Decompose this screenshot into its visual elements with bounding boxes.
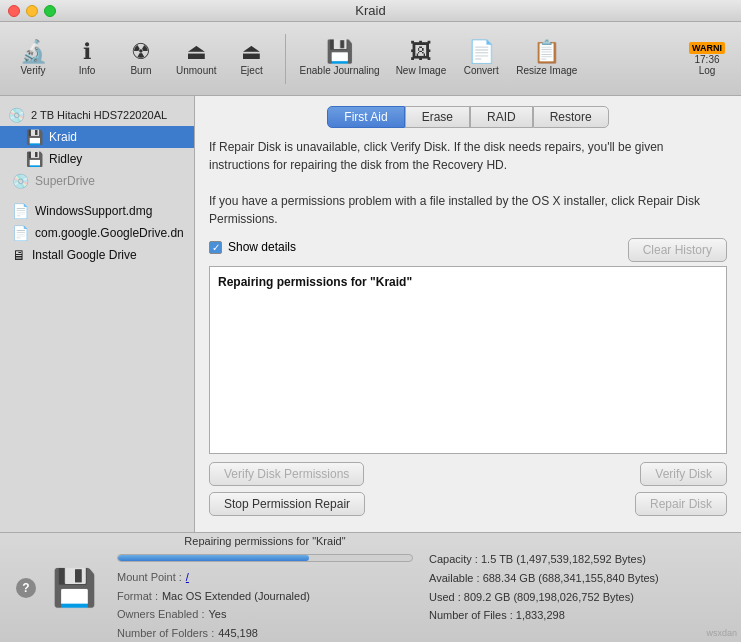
eject-icon: ⏏ bbox=[241, 41, 262, 63]
info-paragraph-2: If you have a permissions problem with a… bbox=[209, 192, 727, 228]
sidebar-item-ridley[interactable]: 💾 Ridley bbox=[0, 148, 194, 170]
show-details-row: ✓ Show details bbox=[209, 240, 296, 254]
superdrive-icon: 💿 bbox=[12, 173, 29, 189]
format-value: Mac OS Extended (Journaled) bbox=[162, 587, 310, 606]
new-image-label: New Image bbox=[396, 65, 447, 76]
verify-disk-button[interactable]: Verify Disk bbox=[640, 462, 727, 486]
status-info-left: Repairing permissions for "Kraid" Mount … bbox=[117, 532, 413, 642]
toolbar-log[interactable]: WARNI 17:36 Log bbox=[681, 38, 733, 80]
stop-permission-repair-button[interactable]: Stop Permission Repair bbox=[209, 492, 365, 516]
tab-first-aid[interactable]: First Aid bbox=[327, 106, 404, 128]
button-row-top: Verify Disk Permissions Verify Disk bbox=[209, 462, 727, 486]
tab-erase[interactable]: Erase bbox=[405, 106, 470, 128]
info-icon: ℹ bbox=[83, 41, 91, 63]
available-row: Available : 688.34 GB (688,341,155,840 B… bbox=[429, 569, 725, 588]
info-paragraph-1: If Repair Disk is unavailable, click Ver… bbox=[209, 138, 727, 174]
files-row: Number of Files : 1,833,298 bbox=[429, 606, 725, 625]
toolbar: 🔬 Verify ℹ Info ☢ Burn ⏏ Unmount ⏏ Eject… bbox=[0, 22, 741, 96]
superdrive-label: SuperDrive bbox=[35, 174, 95, 188]
tab-bar: First Aid Erase RAID Restore bbox=[209, 106, 727, 128]
progress-bar bbox=[117, 554, 413, 562]
progress-label: Repairing permissions for "Kraid" bbox=[117, 532, 413, 551]
install-gd-icon: 🖥 bbox=[12, 247, 26, 263]
convert-icon: 📄 bbox=[468, 41, 495, 63]
close-button[interactable] bbox=[8, 5, 20, 17]
hdd-label: 2 TB Hitachi HDS722020AL bbox=[31, 109, 167, 121]
button-row-bottom: Stop Permission Repair Repair Disk bbox=[209, 492, 727, 516]
owners-label: Owners Enabled : bbox=[117, 605, 204, 624]
burn-label: Burn bbox=[130, 65, 151, 76]
toolbar-enable-journaling[interactable]: 💾 Enable Journaling bbox=[294, 37, 386, 80]
status-info-right: Capacity : 1.5 TB (1,497,539,182,592 Byt… bbox=[429, 550, 725, 625]
clear-history-button[interactable]: Clear History bbox=[628, 238, 727, 262]
toolbar-verify[interactable]: 🔬 Verify bbox=[8, 37, 58, 80]
google-drive-dn-label: com.google.GoogleDrive.dn bbox=[35, 226, 184, 240]
capacity-value: 1.5 TB (1,497,539,182,592 Bytes) bbox=[481, 553, 646, 565]
toolbar-convert[interactable]: 📄 Convert bbox=[456, 37, 506, 80]
resize-icon: 📋 bbox=[533, 41, 560, 63]
tab-raid[interactable]: RAID bbox=[470, 106, 533, 128]
toolbar-eject[interactable]: ⏏ Eject bbox=[227, 37, 277, 80]
folders-row: Number of Folders : 445,198 bbox=[117, 624, 413, 642]
details-box: Repairing permissions for "Kraid" bbox=[209, 266, 727, 454]
convert-label: Convert bbox=[464, 65, 499, 76]
show-details-label: Show details bbox=[228, 240, 296, 254]
install-gd-label: Install Google Drive bbox=[32, 248, 137, 262]
toolbar-info[interactable]: ℹ Info bbox=[62, 37, 112, 80]
files-value: 1,833,298 bbox=[516, 609, 565, 621]
windows-support-label: WindowsSupport.dmg bbox=[35, 204, 152, 218]
owners-row: Owners Enabled : Yes bbox=[117, 605, 413, 624]
windows-dmg-icon: 📄 bbox=[12, 203, 29, 219]
sidebar: 💿 2 TB Hitachi HDS722020AL 💾 Kraid 💾 Rid… bbox=[0, 96, 195, 532]
available-label: Available : bbox=[429, 572, 480, 584]
sidebar-item-hdd[interactable]: 💿 2 TB Hitachi HDS722020AL bbox=[0, 104, 194, 126]
available-value: 688.34 GB (688,341,155,840 Bytes) bbox=[483, 572, 659, 584]
help-button[interactable]: ? bbox=[16, 578, 36, 598]
format-row: Format : Mac OS Extended (Journaled) bbox=[117, 587, 413, 606]
sidebar-item-kraid[interactable]: 💾 Kraid bbox=[0, 126, 194, 148]
journaling-icon: 💾 bbox=[326, 41, 353, 63]
title-bar: Kraid bbox=[0, 0, 741, 22]
toolbar-separator-1 bbox=[285, 34, 286, 84]
main-layout: 💿 2 TB Hitachi HDS722020AL 💾 Kraid 💾 Rid… bbox=[0, 96, 741, 532]
verify-permissions-button[interactable]: Verify Disk Permissions bbox=[209, 462, 364, 486]
disk-icon: 💾 bbox=[52, 567, 97, 609]
sidebar-item-install-google-drive[interactable]: 🖥 Install Google Drive bbox=[0, 244, 194, 266]
kraid-icon: 💾 bbox=[26, 129, 43, 145]
used-value: 809.2 GB (809,198,026,752 Bytes) bbox=[464, 591, 634, 603]
enable-journaling-label: Enable Journaling bbox=[300, 65, 380, 76]
log-time: 17:36 bbox=[694, 54, 719, 65]
toolbar-unmount[interactable]: ⏏ Unmount bbox=[170, 37, 223, 80]
owners-value: Yes bbox=[208, 605, 226, 624]
mount-point-value[interactable]: / bbox=[186, 568, 189, 587]
mount-point-row: Mount Point : / bbox=[117, 568, 413, 587]
sidebar-item-windows-support[interactable]: 📄 WindowsSupport.dmg bbox=[0, 200, 194, 222]
kraid-label: Kraid bbox=[49, 130, 77, 144]
used-label: Used : bbox=[429, 591, 461, 603]
tab-restore[interactable]: Restore bbox=[533, 106, 609, 128]
details-text: Repairing permissions for "Kraid" bbox=[218, 275, 718, 289]
files-label: Number of Files : bbox=[429, 609, 513, 621]
toolbar-burn[interactable]: ☢ Burn bbox=[116, 37, 166, 80]
verify-label: Verify bbox=[20, 65, 45, 76]
hdd-icon: 💿 bbox=[8, 107, 25, 123]
window-controls bbox=[8, 5, 56, 17]
sidebar-item-superdrive[interactable]: 💿 SuperDrive bbox=[0, 170, 194, 192]
toolbar-resize-image[interactable]: 📋 Resize Image bbox=[510, 37, 583, 80]
ridley-label: Ridley bbox=[49, 152, 82, 166]
minimize-button[interactable] bbox=[26, 5, 38, 17]
log-label: Log bbox=[699, 65, 716, 76]
folders-value: 445,198 bbox=[218, 624, 258, 642]
sidebar-item-google-drive-dn[interactable]: 📄 com.google.GoogleDrive.dn bbox=[0, 222, 194, 244]
maximize-button[interactable] bbox=[44, 5, 56, 17]
show-details-checkbox[interactable]: ✓ bbox=[209, 241, 222, 254]
format-label: Format : bbox=[117, 587, 158, 606]
capacity-label: Capacity : bbox=[429, 553, 478, 565]
burn-icon: ☢ bbox=[131, 41, 151, 63]
resize-image-label: Resize Image bbox=[516, 65, 577, 76]
toolbar-new-image[interactable]: 🖼 New Image bbox=[390, 37, 453, 80]
content-area: First Aid Erase RAID Restore If Repair D… bbox=[195, 96, 741, 532]
repair-disk-button[interactable]: Repair Disk bbox=[635, 492, 727, 516]
watermark: wsxdan bbox=[706, 628, 737, 638]
status-bar: ? 💾 Repairing permissions for "Kraid" Mo… bbox=[0, 532, 741, 642]
